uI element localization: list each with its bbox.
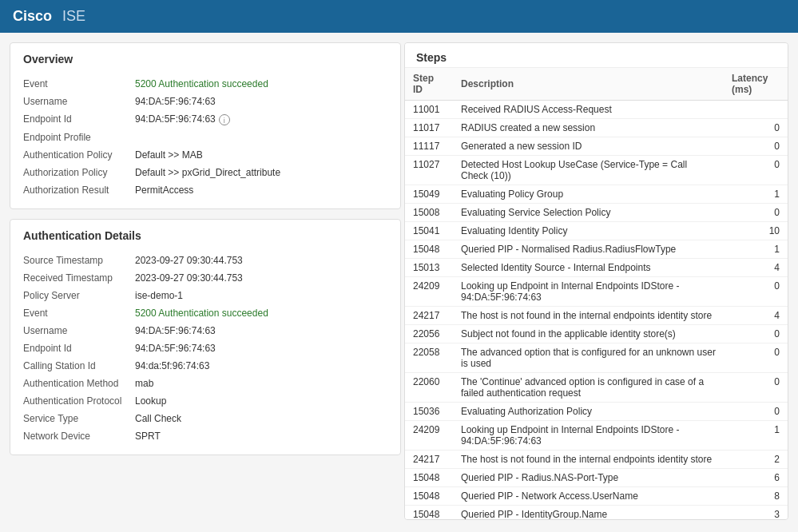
auth-field-value: 94:DA:5F:96:74:63 [135,322,387,339]
table-row: 15041Evaluating Identity Policy10 [405,222,788,240]
table-row: 11117Generated a new session ID0 [405,137,788,156]
step-id: 22056 [405,325,453,343]
step-description: Generated a new session ID [453,137,724,156]
steps-title: Steps [405,43,788,68]
step-latency: 8 [724,487,788,506]
auth-detail-row: Received Timestamp2023-09-27 09:30:44.75… [23,269,387,287]
step-id: 24217 [405,451,453,469]
auth-detail-row: Service TypeCall Check [23,410,387,427]
overview-title: Overview [23,53,387,66]
table-row: 15048Queried PIP - Network Access.UserNa… [405,487,788,506]
table-row: 15036Evaluating Authorization Policy0 [405,403,788,421]
step-description: Looking up Endpoint in Internal Endpoint… [453,421,724,451]
col-description: Description [453,68,724,101]
step-latency [724,101,788,119]
table-row: 24217The host is not found in the intern… [405,451,788,469]
auth-detail-row: Event5200 Authentication succeeded [23,304,387,322]
auth-field-value: SPRT [135,427,387,445]
step-latency: 0 [724,343,788,373]
overview-field-label: Endpoint Profile [23,129,135,146]
step-latency: 1 [724,240,788,259]
auth-detail-row: Endpoint Id94:DA:5F:96:74:63 [23,339,387,357]
auth-field-value: Lookup [135,392,387,410]
step-id: 24209 [405,277,453,307]
overview-field-value[interactable]: 5200 Authentication succeeded [135,75,387,93]
table-row: 11001Received RADIUS Access-Request [405,101,788,119]
table-row: 15048Queried PIP - Normalised Radius.Rad… [405,240,788,259]
table-row: 15048Queried PIP - Radius.NAS-Port-Type6 [405,469,788,487]
overview-field-value [135,129,387,146]
step-id: 15049 [405,185,453,204]
table-row: 11017RADIUS created a new session0 [405,119,788,137]
auth-details-section: Authentication Details Source Timestamp2… [10,219,401,455]
overview-table: Event5200 Authentication succeededUserna… [23,75,387,199]
event-link[interactable]: 5200 Authentication succeeded [135,78,268,89]
step-id: 15048 [405,506,453,521]
overview-field-label: Username [23,93,135,110]
overview-field-label: Authorization Policy [23,164,135,181]
col-step-id: Step ID [405,68,453,101]
step-description: Queried PIP - Network Access.UserName [453,487,724,506]
overview-field-label: Event [23,75,135,93]
auth-field-label: Network Device [23,427,135,445]
auth-field-label: Authentication Protocol [23,392,135,410]
step-latency: 0 [724,373,788,403]
step-id: 22060 [405,373,453,403]
step-id: 15008 [405,204,453,222]
step-description: Looking up Endpoint in Internal Endpoint… [453,277,724,307]
step-description: Queried PIP - IdentityGroup.Name [453,506,724,521]
step-id: 15013 [405,259,453,277]
auth-field-value: 2023-09-27 09:30:44.753 [135,269,387,287]
overview-row: Authorization ResultPermitAccess [23,181,387,199]
overview-row: Endpoint Profile [23,129,387,146]
step-latency: 0 [724,156,788,185]
auth-detail-row: Username94:DA:5F:96:74:63 [23,322,387,339]
overview-row: Authorization PolicyDefault >> pxGrid_Di… [23,164,387,181]
step-description: Queried PIP - Radius.NAS-Port-Type [453,469,724,487]
overview-row: Event5200 Authentication succeeded [23,75,387,93]
step-id: 15048 [405,469,453,487]
step-latency: 0 [724,277,788,307]
table-row: 15048Queried PIP - IdentityGroup.Name3 [405,506,788,521]
overview-field-value: 94:DA:5F:96:74:63 [135,93,387,110]
overview-field-value: PermitAccess [135,181,387,199]
main-layout: Overview Event5200 Authentication succee… [0,33,798,530]
auth-detail-row: Authentication Methodmab [23,375,387,392]
step-description: The host is not found in the internal en… [453,451,724,469]
step-id: 22058 [405,343,453,373]
step-latency: 3 [724,506,788,521]
overview-field-value: Default >> pxGrid_Direct_attribute [135,164,387,181]
table-row: 24209Looking up Endpoint in Internal End… [405,421,788,451]
overview-row: Authentication PolicyDefault >> MAB [23,146,387,164]
col-latency: Latency (ms) [724,68,788,101]
table-row: 11027Detected Host Lookup UseCase (Servi… [405,156,788,185]
step-description: The host is not found in the internal en… [453,307,724,325]
step-id: 11117 [405,137,453,156]
table-row: 22060The 'Continue' advanced option is c… [405,373,788,403]
auth-field-label: Received Timestamp [23,269,135,287]
step-id: 11017 [405,119,453,137]
step-latency: 1 [724,185,788,204]
step-latency: 1 [724,421,788,451]
info-icon[interactable]: i [219,114,230,125]
auth-field-value: 94:DA:5F:96:74:63 [135,339,387,357]
app-header: Cisco ISE [0,0,798,33]
auth-field-label: Username [23,322,135,339]
step-description: The 'Continue' advanced option is config… [453,373,724,403]
auth-field-label: Authentication Method [23,375,135,392]
overview-field-value: Default >> MAB [135,146,387,164]
step-id: 15036 [405,403,453,421]
auth-field-value: 2023-09-27 09:30:44.753 [135,252,387,269]
step-latency: 2 [724,451,788,469]
auth-detail-row: Calling Station Id94:da:5f:96:74:63 [23,357,387,375]
step-description: Evaluating Authorization Policy [453,403,724,421]
step-description: Evaluating Policy Group [453,185,724,204]
event-link[interactable]: 5200 Authentication succeeded [135,308,268,319]
table-row: 15049Evaluating Policy Group1 [405,185,788,204]
step-description: Evaluating Identity Policy [453,222,724,240]
step-id: 24209 [405,421,453,451]
table-row: 22056Subject not found in the applicable… [405,325,788,343]
auth-field-value[interactable]: 5200 Authentication succeeded [135,304,387,322]
step-description: Received RADIUS Access-Request [453,101,724,119]
step-id: 15041 [405,222,453,240]
